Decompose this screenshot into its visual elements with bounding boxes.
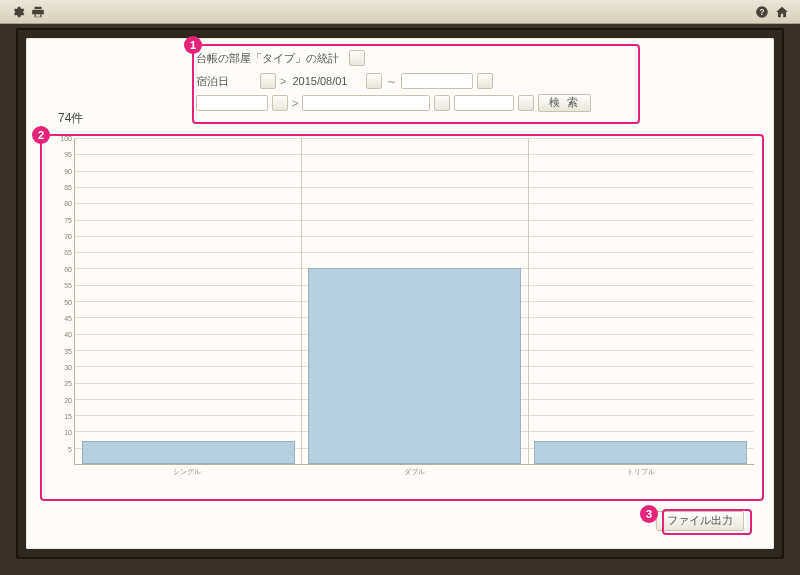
y-tick: 65 <box>64 249 72 256</box>
result-count: 74件 <box>58 110 83 127</box>
y-tick: 35 <box>64 347 72 354</box>
y-tick: 60 <box>64 265 72 272</box>
field-label: 宿泊日 <box>196 74 256 89</box>
filter2-value2-btn[interactable] <box>518 95 534 111</box>
field1-dropdown[interactable] <box>260 73 276 89</box>
x-label: トリプル <box>627 467 655 477</box>
date-to[interactable] <box>401 73 473 89</box>
gt-sep-2: > <box>292 97 298 109</box>
y-tick: 50 <box>64 298 72 305</box>
y-tick: 75 <box>64 216 72 223</box>
filter2-value2[interactable] <box>454 95 514 111</box>
filter2-value1-btn[interactable] <box>434 95 450 111</box>
tilde: ～ <box>386 74 397 89</box>
y-tick: 20 <box>64 396 72 403</box>
y-tick: 95 <box>64 151 72 158</box>
y-tick: 90 <box>64 167 72 174</box>
svg-text:?: ? <box>760 7 765 16</box>
gear-icon[interactable] <box>11 5 25 19</box>
date-to-picker[interactable] <box>477 73 493 89</box>
date-from[interactable]: 2015/08/01 <box>290 75 362 87</box>
export-button[interactable]: ファイル出力 <box>656 511 744 531</box>
bar-chart: 5101520253035404550556065707580859095100… <box>74 138 754 479</box>
bar <box>534 441 747 464</box>
y-tick: 30 <box>64 363 72 370</box>
x-label: シングル <box>173 467 201 477</box>
y-tick: 15 <box>64 412 72 419</box>
gt-sep-1: > <box>280 75 286 87</box>
filter-panel: 台帳の部屋「タイプ」の統計 宿泊日 > 2015/08/01 ～ > <box>196 48 636 114</box>
stats-title: 台帳の部屋「タイプ」の統計 <box>196 51 339 66</box>
y-tick: 55 <box>64 282 72 289</box>
help-icon[interactable]: ? <box>755 5 769 19</box>
search-button[interactable]: 検 索 <box>538 94 591 112</box>
home-icon[interactable] <box>775 5 789 19</box>
y-tick: 100 <box>60 135 72 142</box>
y-tick: 45 <box>64 314 72 321</box>
y-tick: 70 <box>64 233 72 240</box>
filter2-value1[interactable] <box>302 95 430 111</box>
filter2-field[interactable] <box>196 95 268 111</box>
filter2-dropdown[interactable] <box>272 95 288 111</box>
y-tick: 25 <box>64 380 72 387</box>
annot-3: 3 <box>640 505 658 523</box>
y-tick: 80 <box>64 200 72 207</box>
y-tick: 5 <box>68 445 72 452</box>
date-from-picker[interactable] <box>366 73 382 89</box>
y-tick: 10 <box>64 429 72 436</box>
y-tick: 40 <box>64 331 72 338</box>
x-label: ダブル <box>404 467 425 477</box>
y-tick: 85 <box>64 184 72 191</box>
annot-2: 2 <box>32 126 50 144</box>
bar <box>82 441 295 464</box>
bar <box>308 268 521 464</box>
annot-1: 1 <box>184 36 202 54</box>
print-icon[interactable] <box>31 5 45 19</box>
title-dropdown[interactable] <box>349 50 365 66</box>
